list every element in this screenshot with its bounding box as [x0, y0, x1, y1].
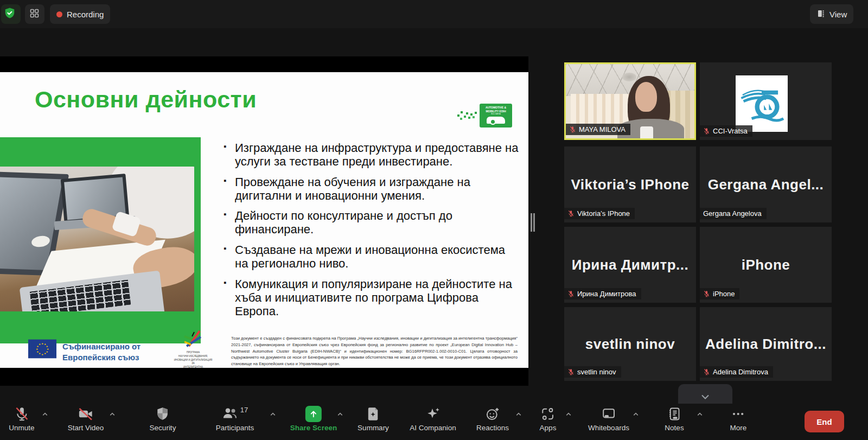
participants-count: 17 [240, 406, 248, 414]
participant-tile-cci-vratsa[interactable]: CCI-Vratsa [700, 62, 832, 140]
participant-tile-maya-milova[interactable]: MAYA MILOVA [564, 62, 696, 140]
ai-sparkle-icon [425, 405, 441, 423]
svg-text:★: ★ [46, 345, 48, 348]
shield-check-icon [4, 7, 16, 21]
eu-cofunding-text: Съфинансирано от Европейския съюз [62, 341, 141, 364]
recording-indicator[interactable]: Recording [50, 4, 110, 24]
logo-pixel-dots [457, 114, 459, 117]
gallery-grid-button[interactable] [25, 4, 44, 24]
meeting-toolbar: Unmute Start Video Security 17 Participa… [0, 404, 868, 440]
svg-text:★: ★ [36, 350, 39, 353]
funding-disclaimer: Този документ е създаден с финансовата п… [231, 335, 518, 367]
participant-name-label: Gergana Angelova [700, 208, 767, 219]
bullet-item: Създаване на мрежи и иновационна екосист… [224, 244, 521, 271]
meeting-top-bar: Recording View [0, 0, 868, 28]
view-button[interactable]: View [810, 4, 853, 24]
grid-icon [29, 8, 40, 21]
share-screen-button[interactable]: Share Screen [290, 405, 337, 432]
slide-green-panel [0, 137, 201, 343]
bullet-item: Изграждане на инфраструктура и предостав… [224, 142, 521, 169]
svg-text:★: ★ [41, 353, 43, 356]
reactions-button[interactable]: Reactions [476, 405, 509, 432]
view-layout-icon [816, 9, 826, 20]
video-options-chevron[interactable] [108, 410, 117, 420]
apps-icon [540, 405, 556, 423]
apps-options-chevron[interactable] [565, 410, 573, 420]
notes-icon [667, 405, 682, 423]
muted-mic-icon [567, 368, 575, 375]
whiteboard-icon [601, 405, 616, 423]
shared-screen-region: Основни дейности AUTOMOTIVE & MOBILITY E… [0, 56, 528, 386]
more-dots-icon [731, 405, 746, 423]
participant-name-label: CCI-Vratsa [700, 125, 752, 137]
notes-button[interactable]: Notes [665, 405, 684, 432]
svg-text:★: ★ [36, 348, 38, 350]
participant-tile-irina-dimitrova[interactable]: Ирина Димитр... Ирина Димитрова [564, 227, 696, 303]
summary-button[interactable]: Summary [358, 405, 389, 432]
slide-bullet-list: Изграждане на инфраструктура и предостав… [224, 142, 521, 325]
participant-tile-gergana-angelova[interactable]: Gergana Angel... Gergana Angelova [700, 146, 832, 222]
view-label: View [829, 10, 847, 19]
record-dot-icon [56, 11, 62, 17]
participant-name-label: Viktoria’s IPhone [564, 208, 635, 219]
participant-name-label: Ирина Димитрова [564, 288, 641, 299]
recording-label: Recording [67, 10, 104, 19]
more-button[interactable]: More [730, 405, 747, 432]
share-options-chevron[interactable] [336, 410, 344, 420]
participant-name-label: MAYA MILOVA [566, 124, 630, 135]
participants-icon [222, 405, 238, 423]
chevron-down-icon [699, 390, 712, 403]
whiteboards-options-chevron[interactable] [632, 410, 640, 420]
end-meeting-button[interactable]: End [805, 411, 844, 432]
apps-button[interactable]: Apps [540, 405, 557, 432]
start-video-button[interactable]: Start Video [68, 405, 104, 432]
audio-options-chevron[interactable] [41, 410, 49, 420]
panel-resize-handle[interactable] [531, 213, 532, 232]
unmute-button[interactable]: Unmute [9, 405, 34, 432]
summary-doc-icon [366, 405, 381, 423]
program-x-icon [181, 330, 205, 348]
svg-text:★: ★ [39, 343, 41, 346]
participant-name-label: Adelina Dimitrova [700, 366, 773, 378]
muted-mic-icon [703, 127, 710, 135]
muted-mic-icon [569, 126, 576, 133]
bullet-item: Дейности по консултиране и достъп до фин… [224, 209, 521, 237]
security-verified-badge[interactable] [1, 4, 21, 24]
cci-vratsa-logo [736, 75, 788, 132]
eu-flag: ★★★ ★★★ ★★★ ★★★ [28, 339, 56, 361]
ai-companion-button[interactable]: AI Companion [410, 405, 456, 432]
participant-tile-viktorias-iphone[interactable]: Viktoria’s IPhone Viktoria’s IPhone [564, 146, 696, 222]
program-caption: ПРОГРАМА НАУЧНИ ИЗСЛЕДВАНИЯ, ИНОВАЦИИ И … [173, 351, 214, 368]
reactions-options-chevron[interactable] [515, 410, 523, 420]
slide-title: Основни дейности [35, 86, 257, 113]
whiteboards-button[interactable]: Whiteboards [588, 405, 629, 432]
participants-options-chevron[interactable] [269, 410, 277, 420]
video-off-icon [78, 405, 94, 423]
muted-mic-icon [703, 368, 710, 375]
share-screen-icon [305, 406, 322, 422]
muted-mic-icon [567, 290, 575, 297]
bullet-item: Провеждане на обучения и изграждане на д… [224, 176, 521, 203]
participant-tile-svetlin-ninov[interactable]: svetlin ninov svetlin ninov [564, 307, 696, 381]
svg-text:★: ★ [41, 342, 43, 345]
participant-name-label: iPhone [700, 288, 739, 299]
muted-mic-icon [567, 210, 575, 217]
car-icon [487, 117, 505, 124]
svg-text:★: ★ [46, 350, 48, 353]
muted-mic-icon [703, 290, 710, 297]
shield-icon [155, 405, 170, 423]
svg-text:★: ★ [47, 348, 49, 350]
security-button[interactable]: Security [150, 405, 176, 432]
muted-mic-icon [14, 405, 30, 423]
participants-button[interactable]: 17 Participants [216, 405, 254, 432]
participant-tile-adelina-dimitrova[interactable]: Adelina Dimitro... Adelina Dimitrova [700, 307, 832, 381]
participant-name-label: svetlin ninov [564, 366, 621, 378]
svg-text:★: ★ [44, 352, 46, 355]
presentation-slide: Основни дейности AUTOMOTIVE & MOBILITY E… [0, 72, 528, 368]
svg-text:★: ★ [39, 352, 41, 355]
program-logo: ПРОГРАМА НАУЧНИ ИЗСЛЕДВАНИЯ, ИНОВАЦИИ И … [173, 330, 214, 368]
notes-options-chevron[interactable] [696, 410, 704, 420]
reactions-smiley-icon [485, 405, 500, 423]
participant-tile-iphone[interactable]: iPhone iPhone [700, 227, 832, 303]
automotive-mobility-edih-logo: AUTOMOTIVE & MOBILITY EDIH BULGARIA [480, 104, 512, 127]
